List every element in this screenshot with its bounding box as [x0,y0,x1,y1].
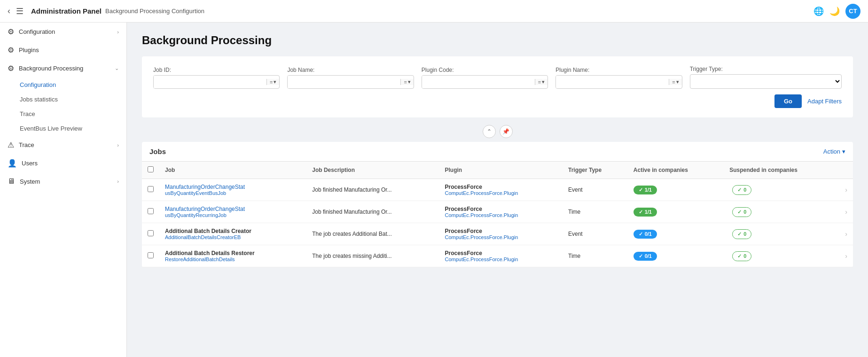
sidebar-item-users[interactable]: 👤 Users [0,154,126,172]
sidebar-item-trace[interactable]: ⚠ Trace › [0,136,126,154]
suspended-badge-container: ✓ 0 [729,185,834,195]
th-job: Job [159,162,306,179]
trigger-type-label: Trigger Type: [690,66,842,72]
sidebar-item-bp-eventbus[interactable]: EventBus Live Preview [20,121,126,136]
active-badge-container: ✓ 0/1 [633,252,718,261]
page-title: Background Processing [142,34,853,47]
sidebar-item-plugins[interactable]: ⚙ Plugins [0,41,126,59]
jobs-header: Jobs Action ▾ [142,142,853,162]
filter-section: Job ID: = ▾ Job Name: [142,56,853,117]
plugin-code-field: Plugin Code: = ▾ [422,67,548,89]
sidebar-label-background-processing: Background Processing [19,65,83,72]
row-checkbox-1[interactable] [148,208,154,214]
table-row: ManufacturingOrderChangeStat usByQuantit… [142,201,853,223]
active-badge: ✓ 1/1 [633,186,657,194]
trigger-type: Event [563,223,628,245]
job-name-input-wrap: = ▾ [287,75,414,89]
sidebar-item-bp-jobs-statistics[interactable]: Jobs statistics [20,92,126,107]
active-badge: ✓ 0/1 [633,252,657,261]
trigger-type-field: Trigger Type: Event Time [690,66,842,89]
chevron-right-trace-icon: › [117,142,119,148]
check-icon-suspended: ✓ [737,253,742,259]
check-icon: ✓ [639,187,643,193]
collapse-up-button[interactable]: ⌃ [483,125,496,138]
app-title: Administration Panel [31,7,102,15]
plugin-code: ComputEc.ProcessForce.Plugin [445,212,557,218]
pin-button[interactable]: 📌 [500,125,513,138]
suspended-count: 0 [743,209,746,215]
job-name-secondary: usByQuantityRecurringJob [165,212,301,218]
job-name-op[interactable]: = ▾ [400,79,413,85]
jobs-section: Jobs Action ▾ Job Job Description [142,142,853,267]
select-all-checkbox[interactable] [148,166,154,172]
active-count: 1/1 [645,209,652,215]
row-checkbox-2[interactable] [148,230,154,236]
job-description: The job creates Additional Bat... [306,223,439,245]
plugin-name: ProcessForce [445,250,557,256]
th-trigger-type: Trigger Type [563,162,628,179]
trace-icon: ⚠ [8,140,14,149]
plugin-name-op[interactable]: = ▾ [669,79,681,85]
adapt-filters-button[interactable]: Adapt Filters [807,98,842,105]
avatar[interactable]: CT [845,4,860,19]
active-badge: ✓ 0/1 [633,230,657,239]
row-checkbox-0[interactable] [148,186,154,192]
background-processing-icon: ⚙ [8,64,14,73]
go-button[interactable]: Go [774,94,802,108]
active-badge-container: ✓ 1/1 [633,186,718,194]
job-id-input[interactable] [154,76,266,88]
row-expand-icon[interactable]: › [845,230,847,238]
trigger-type: Event [563,179,628,201]
sidebar-item-bp-trace[interactable]: Trace [20,107,126,121]
row-checkbox-3[interactable] [148,252,154,258]
sidebar-item-background-processing[interactable]: ⚙ Background Processing ⌄ [0,59,126,78]
sidebar-item-configuration[interactable]: ⚙ Configuration › [0,23,126,41]
chevron-down-jobname-icon: ▾ [408,79,411,85]
suspended-count: 0 [743,253,746,259]
suspended-count: 0 [743,231,746,237]
row-expand-icon[interactable]: › [845,252,847,260]
check-icon: ✓ [639,209,643,215]
plugin-code-input-wrap: = ▾ [422,75,548,89]
job-name-primary: ManufacturingOrderChangeStat [165,184,301,190]
sidebar-label-system: System [20,178,40,185]
job-name-field: Job Name: = ▾ [287,67,414,89]
suspended-badge: ✓ 0 [732,185,751,195]
globe-icon[interactable]: 🌐 [813,6,824,16]
sidebar-item-system[interactable]: 🖥 System › [0,172,126,190]
action-button[interactable]: Action ▾ [823,148,845,155]
plugin-name-input[interactable] [556,76,669,88]
job-id-op[interactable]: = ▾ [266,79,279,85]
row-expand-icon[interactable]: › [845,208,847,216]
job-name-primary: ManufacturingOrderChangeStat [165,206,301,212]
check-icon-suspended: ✓ [737,231,742,237]
menu-button[interactable]: ☰ [16,6,23,16]
plugin-name: ProcessForce [445,228,557,234]
sidebar-item-bp-configuration[interactable]: Configuration [20,78,126,92]
table-row: ManufacturingOrderChangeStat usByQuantit… [142,179,853,201]
job-description: Job finished Manufacturing Or... [306,179,439,201]
system-icon: 🖥 [8,177,15,186]
job-id-label: Job ID: [153,67,280,73]
chevron-down-plugincode-icon: ▾ [542,79,545,85]
suspended-badge-container: ✓ 0 [729,207,834,217]
theme-toggle-icon[interactable]: 🌙 [829,6,840,16]
trigger-type-select[interactable]: Event Time [690,74,842,89]
row-expand-icon[interactable]: › [845,186,847,194]
job-name-sub: AdditionalBatchDetailsCreatorEB [165,234,301,240]
plugin-code: ComputEc.ProcessForce.Plugin [445,190,557,196]
sidebar-label-bp-trace: Trace [20,110,35,117]
plugin-name: ProcessForce [445,184,557,190]
back-button[interactable]: ‹ [8,6,10,16]
th-row-action [839,162,853,179]
plugins-icon: ⚙ [8,46,14,54]
sidebar-label-bp-jobs-statistics: Jobs statistics [20,96,58,103]
job-description: The job creates missing Additi... [306,245,439,267]
plugin-code-op[interactable]: = ▾ [535,79,547,85]
topbar-actions: 🌐 🌙 CT [813,4,860,19]
job-name-input[interactable] [288,76,400,88]
plugin-code-input[interactable] [422,76,535,88]
action-chevron-icon: ▾ [842,148,845,155]
chevron-down-jobid-icon: ▾ [274,79,276,85]
sidebar: ⚙ Configuration › ⚙ Plugins ⚙ Background… [0,23,127,357]
